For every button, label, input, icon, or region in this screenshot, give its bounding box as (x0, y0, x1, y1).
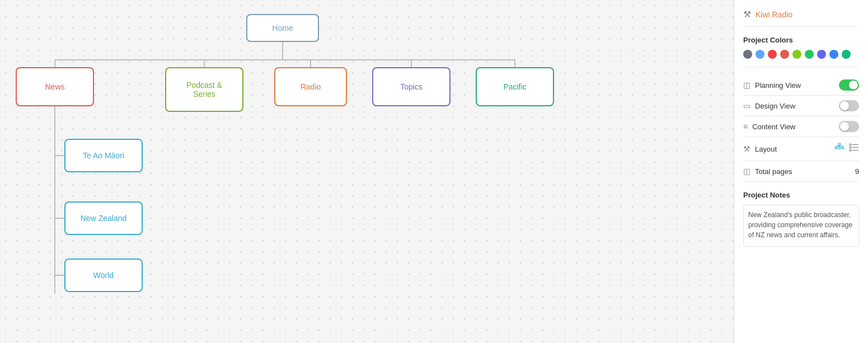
node-te-ao-label: Te Ao Māori (83, 151, 124, 160)
svg-rect-14 (842, 147, 844, 149)
design-view-label: Design View (755, 102, 795, 110)
node-pacific-label: Pacific (503, 82, 526, 91)
node-topics[interactable]: Topics (372, 67, 451, 106)
content-view-label: Content View (752, 123, 795, 131)
sidebar: ⚒ Kiwi Radio Project Colors ◫ Planning V… (734, 0, 868, 343)
content-view-toggle[interactable] (839, 121, 859, 132)
color-dot-3[interactable] (768, 50, 777, 59)
total-pages-label: Total pages (755, 167, 792, 176)
svg-rect-11 (838, 143, 841, 145)
color-dot-1[interactable] (743, 50, 752, 59)
project-header: ⚒ Kiwi Radio (743, 9, 859, 27)
node-te-ao[interactable]: Te Ao Māori (64, 139, 143, 172)
planning-toggle-knob (849, 81, 858, 90)
project-notes-label: Project Notes (743, 191, 859, 199)
total-pages-icon: ◫ (743, 167, 750, 176)
color-dot-4[interactable] (780, 50, 789, 59)
layout-icon: ⚒ (743, 144, 750, 153)
node-pacific[interactable]: Pacific (476, 67, 554, 106)
node-news-label: News (45, 82, 64, 91)
svg-rect-21 (850, 149, 851, 151)
svg-rect-13 (838, 147, 841, 149)
canvas-area[interactable]: Home News Podcast &Series Radio Topics P… (0, 0, 734, 343)
node-topics-label: Topics (400, 82, 423, 91)
project-colors-section: Project Colors (743, 34, 859, 75)
node-radio[interactable]: Radio (274, 67, 347, 106)
svg-rect-19 (850, 144, 851, 145)
content-view-icon: ≡ (743, 122, 748, 131)
color-dot-7[interactable] (817, 50, 826, 59)
content-view-row: ≡ Content View (743, 116, 859, 137)
node-world-label: World (93, 271, 114, 280)
color-dot-8[interactable] (829, 50, 838, 59)
layout-icons (834, 143, 859, 155)
total-pages-count: 9 (855, 167, 859, 176)
node-podcast[interactable]: Podcast &Series (165, 67, 243, 112)
project-colors-label: Project Colors (743, 36, 859, 44)
layout-row: ⚒ Layout (743, 137, 859, 161)
planning-view-icon: ◫ (743, 81, 750, 90)
content-toggle-knob (840, 122, 849, 131)
color-dot-6[interactable] (805, 50, 814, 59)
node-new-zealand[interactable]: New Zealand (64, 201, 143, 235)
planning-view-label: Planning View (755, 81, 801, 90)
node-home[interactable]: Home (246, 14, 319, 42)
layout-list-icon[interactable] (849, 143, 859, 155)
node-home-label: Home (272, 24, 293, 32)
total-pages-row: ◫ Total pages 9 (743, 161, 859, 182)
node-world[interactable]: World (64, 259, 143, 292)
layout-tree-icon[interactable] (834, 143, 844, 155)
design-view-toggle[interactable] (839, 100, 859, 111)
design-view-icon: ▭ (743, 101, 750, 110)
project-icon: ⚒ (743, 9, 751, 20)
node-radio-label: Radio (301, 82, 321, 91)
node-nz-label: New Zealand (81, 214, 127, 223)
color-dot-2[interactable] (756, 50, 764, 59)
project-notes-textarea[interactable] (743, 205, 859, 247)
project-name: Kiwi Radio (756, 10, 792, 19)
color-dot-5[interactable] (792, 50, 801, 59)
planning-view-row: ◫ Planning View (743, 75, 859, 96)
node-podcast-label: Podcast &Series (186, 81, 222, 98)
design-view-row: ▭ Design View (743, 96, 859, 116)
color-dot-9[interactable] (842, 50, 851, 59)
color-dots-container (743, 50, 859, 67)
svg-rect-20 (850, 147, 851, 148)
layout-label: Layout (755, 145, 777, 153)
project-notes-section: Project Notes (743, 189, 859, 249)
node-news[interactable]: News (16, 67, 94, 106)
design-toggle-knob (840, 101, 849, 110)
planning-view-toggle[interactable] (839, 79, 859, 91)
svg-rect-12 (835, 147, 837, 149)
